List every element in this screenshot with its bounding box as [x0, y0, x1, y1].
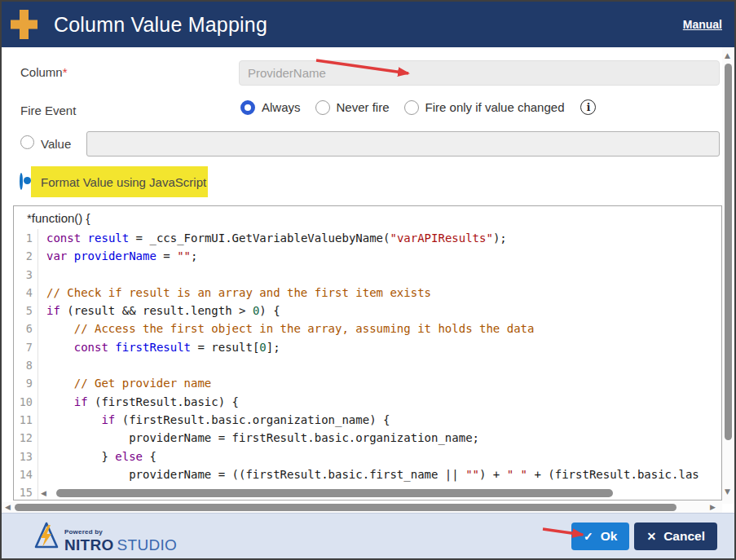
radio-never-fire-label[interactable]: Never fire [337, 100, 390, 114]
check-icon: ✓ [584, 530, 593, 543]
dialog-horizontal-scrollbar[interactable]: ◀ ▶ [2, 502, 722, 513]
info-icon[interactable]: i [580, 99, 596, 115]
editor-horizontal-scrollbar[interactable]: ◀ [41, 488, 613, 498]
code-line: 6 // Access the first object in the arra… [14, 320, 721, 337]
nitro-bolt-icon [33, 520, 59, 553]
hscroll-thumb[interactable] [15, 504, 677, 511]
brand-name: NITROSTUDIO [64, 537, 177, 553]
code-line: 12 providerName = firstResult.basic.orga… [14, 429, 721, 447]
code-line: 7 const firstResult = result[0]; [14, 338, 721, 356]
code-line: 9 // Get provider name [14, 374, 721, 392]
radio-always[interactable] [240, 100, 255, 115]
column-value-mapping-dialog: Column Value Mapping Manual Column* Fire… [0, 0, 736, 560]
radio-value[interactable] [20, 135, 34, 149]
radio-always-label[interactable]: Always [262, 100, 301, 114]
code-line: 3 [14, 266, 721, 284]
radio-fire-if-changed[interactable] [404, 100, 419, 115]
ok-button[interactable]: ✓ Ok [571, 523, 629, 550]
value-label: Value [41, 137, 71, 151]
code-line: 8 [14, 356, 721, 374]
code-line: 2var providerName = ""; [14, 247, 721, 265]
dialog-title: Column Value Mapping [54, 13, 267, 37]
code-lines: 1const result = _ccs_FormUI.GetVariableV… [14, 229, 721, 500]
column-input[interactable] [239, 60, 720, 86]
code-line: 10 if (firstResult.basic) { [14, 393, 721, 411]
value-input[interactable] [86, 131, 720, 157]
cancel-button[interactable]: ✕ Cancel [634, 523, 717, 550]
scroll-down-icon[interactable]: ▼ [725, 488, 730, 496]
radio-fire-if-changed-label[interactable]: Fire only if value changed [425, 100, 565, 114]
code-line: 5if (result && result.length > 0) { [14, 302, 721, 320]
fire-event-label: Fire Event [20, 104, 76, 117]
code-line: 4// Check if result is an array and the … [14, 284, 721, 302]
nitro-studio-logo: Powered by NITROSTUDIO [33, 520, 177, 553]
editor-hscroll-thumb[interactable] [56, 489, 613, 497]
dialog-header: Column Value Mapping Manual [2, 2, 734, 47]
powered-by-text: Powered by [64, 529, 177, 536]
dialog-vertical-scrollbar[interactable]: ▲ ▼ [722, 47, 734, 504]
code-line: 13 } else { [14, 448, 721, 465]
gutter-separator [37, 229, 38, 500]
scroll-right-icon[interactable]: ▶ [710, 504, 716, 511]
close-icon: ✕ [646, 530, 656, 543]
column-label: Column* [20, 65, 68, 79]
format-javascript-label[interactable]: Format Value using JavaScript [41, 175, 206, 189]
scroll-left-icon[interactable]: ◀ [41, 490, 46, 497]
scroll-left-icon[interactable]: ◀ [5, 504, 11, 511]
required-asterisk: * [63, 65, 68, 79]
vscroll-thumb[interactable] [725, 64, 732, 440]
code-line: 11 if (firstResult.basic.organization_na… [14, 411, 721, 429]
manual-link[interactable]: Manual [683, 18, 722, 31]
code-line: 14 providerName = ((firstResult.basic.fi… [14, 465, 721, 483]
scroll-up-icon[interactable]: ▲ [725, 52, 730, 60]
fire-event-options: Always Never fire Fire only if value cha… [240, 99, 596, 115]
code-header-line: *function() { [14, 206, 721, 229]
dialog-footer: Powered by NITROSTUDIO ✓ Ok ✕ Cancel [2, 513, 734, 558]
plus-icon [9, 8, 39, 41]
code-editor[interactable]: *function() { 1const result = _ccs_FormU… [13, 205, 722, 500]
radio-format-javascript[interactable] [20, 173, 23, 190]
radio-never-fire[interactable] [315, 100, 330, 115]
code-line: 1const result = _ccs_FormUI.GetVariableV… [14, 229, 721, 247]
